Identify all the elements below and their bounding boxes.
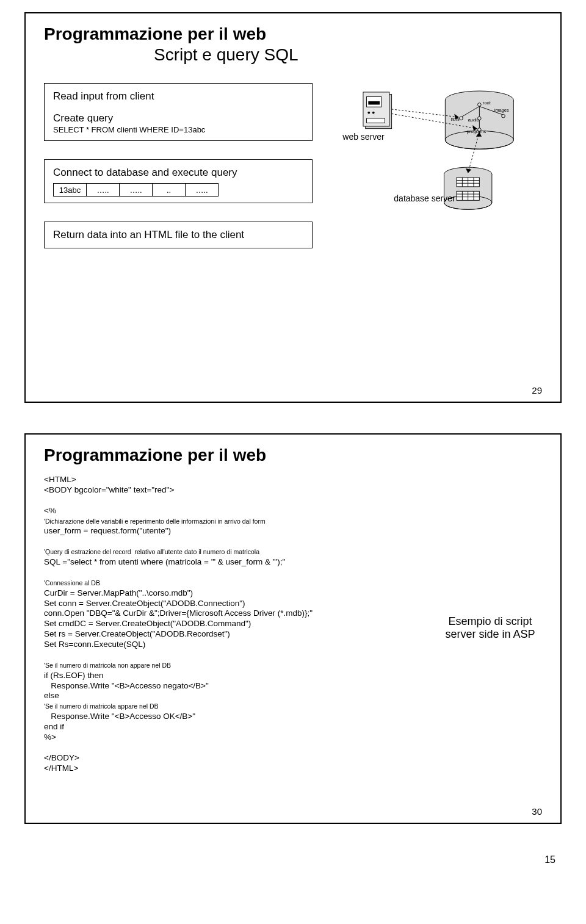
- svg-rect-6: [367, 118, 385, 123]
- slide2-number: 30: [532, 806, 542, 817]
- c-l12: if (Rs.EOF) then: [44, 671, 104, 680]
- c-l6: CurDir = Server.MapPath("..\corso.mdb"): [44, 588, 193, 597]
- svg-point-5: [372, 112, 375, 114]
- c-l13: Response.Write "<B>Accesso negato</B>": [44, 681, 209, 690]
- c-l18: </BODY>: [44, 753, 79, 762]
- c-l2: <BODY bgcolor="white" text="red">: [44, 485, 174, 494]
- slide1-subtitle: Script e query SQL: [154, 45, 542, 65]
- server-diagram: web server root: [337, 83, 542, 279]
- svg-point-14: [460, 117, 463, 120]
- tree-audio: audio: [468, 117, 479, 123]
- c-l1: <HTML>: [44, 475, 76, 484]
- cell-0: 13abc: [53, 183, 87, 197]
- slide1-title: Programmazione per il web: [44, 24, 542, 44]
- c-c2: 'Query di estrazione del record relativo…: [44, 548, 259, 555]
- cell-4: …..: [185, 183, 219, 197]
- dbserver-label: database server: [394, 193, 455, 203]
- c-l10: Set rs = Server.CreateObject("ADODB.Reco…: [44, 629, 230, 638]
- webserver-icon: [363, 92, 392, 129]
- diagram-svg: web server root: [337, 83, 542, 276]
- c-l15: Response.Write "<B>Accesso OK</B>": [44, 712, 195, 721]
- webserver-label: web server: [342, 132, 385, 142]
- c-l8: conn.Open "DBQ="& CurDir &";Driver={Micr…: [44, 608, 313, 618]
- slide-2: Programmazione per il web <HTML> <BODY b…: [24, 433, 562, 824]
- c-l17: %>: [44, 732, 56, 742]
- box1-line1: Read input from client: [53, 90, 303, 103]
- c-l16: end if: [44, 722, 64, 731]
- c-l4: user_form = request.form("utente"): [44, 526, 171, 535]
- slide-1: Programmazione per il web Script e query…: [24, 12, 562, 403]
- c-l19: </HTML>: [44, 763, 78, 773]
- slide2-title: Programmazione per il web: [44, 446, 542, 465]
- svg-point-4: [367, 112, 370, 114]
- c-l14: else: [44, 691, 59, 700]
- c-c4: 'Se il numero di matricola non appare ne…: [44, 662, 171, 669]
- c-c5: 'Se il numero di matricola appare nel DB: [44, 702, 159, 710]
- c-l5: SQL ="select * from utenti where (matric…: [44, 557, 285, 566]
- box-read-input: Read input from client Create query SELE…: [44, 83, 313, 141]
- box1-line3: SELECT * FROM clienti WHERE ID=13abc: [53, 125, 303, 134]
- box-return-data: Return data into an HTML file to the cli…: [44, 222, 313, 248]
- slide1-number: 29: [532, 385, 542, 395]
- tree-root: root: [483, 100, 491, 106]
- box1-line2: Create query: [53, 112, 303, 125]
- tree-programs: programs: [467, 129, 487, 134]
- c-l11: Set Rs=conn.Execute(SQL): [44, 640, 145, 649]
- box3-line1: Return data into an HTML file to the cli…: [53, 228, 303, 242]
- cell-2: …..: [119, 183, 153, 197]
- slide2-caption: Esempio di script server side in ASP: [438, 475, 542, 773]
- c-l7: Set conn = Server.CreateObject("ADODB.Co…: [44, 599, 245, 608]
- c-c3: 'Connessione al DB: [44, 579, 100, 587]
- code-listing: <HTML> <BODY bgcolor="white" text="red">…: [44, 475, 424, 773]
- cell-3: ..: [152, 183, 186, 197]
- c-l3: <%: [44, 506, 56, 515]
- svg-point-16: [502, 114, 505, 118]
- svg-point-10: [478, 103, 482, 107]
- c-l9: Set cmdDC = Server.CreateObject("ADODB.C…: [44, 619, 251, 628]
- box2-line1: Connect to database and execute query: [53, 166, 303, 179]
- box-connect-db: Connect to database and execute query 13…: [44, 159, 313, 203]
- cell-1: …..: [86, 183, 120, 197]
- svg-rect-3: [368, 101, 380, 105]
- query-row: 13abc ….. ….. .. …..: [53, 183, 303, 197]
- tree-images: images: [494, 107, 509, 113]
- c-c1: 'Dichiarazione delle variabili e reperim…: [44, 518, 266, 525]
- filetree-cylinder-icon: root html audio images programs: [445, 91, 513, 149]
- page-number: 15: [24, 854, 555, 865]
